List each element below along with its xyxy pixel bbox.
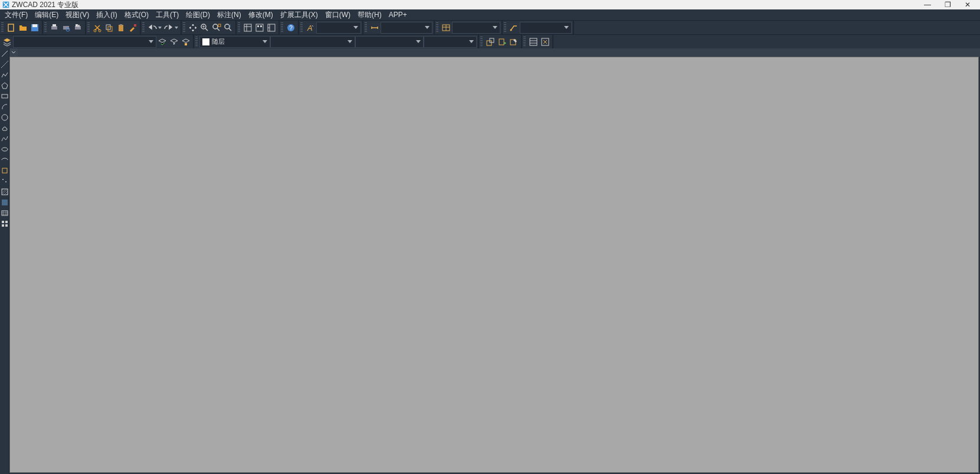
menu-modify[interactable]: 修改(M) (245, 10, 277, 20)
copy-button[interactable] (103, 22, 115, 34)
menu-file[interactable]: 文件(F) (1, 10, 31, 20)
svg-rect-38 (530, 38, 537, 45)
table-style-button[interactable] (440, 22, 452, 34)
mtext-button[interactable] (0, 218, 9, 229)
grip-icon[interactable] (142, 22, 145, 33)
layer-combo[interactable] (13, 36, 156, 48)
layer-set-current-button[interactable] (156, 36, 168, 48)
menu-tools[interactable]: 工具(T) (152, 10, 182, 20)
grip-icon[interactable] (238, 22, 240, 33)
redo-button[interactable] (163, 22, 179, 34)
save-button[interactable] (29, 22, 41, 34)
dim-style-combo[interactable] (381, 22, 432, 34)
multileader-style-button[interactable] (508, 22, 520, 34)
svg-rect-48 (2, 211, 8, 215)
new-file-button[interactable] (5, 22, 17, 34)
menu-express[interactable]: 扩展工具(X) (277, 10, 322, 20)
layer-manager-button[interactable] (1, 36, 13, 48)
ellipse-button[interactable] (0, 144, 9, 155)
revcloud-button[interactable] (0, 123, 9, 133)
menu-dimension[interactable]: 标注(N) (214, 10, 245, 20)
grip-icon[interactable] (300, 22, 303, 33)
rectangle-button[interactable] (0, 91, 9, 102)
table-button[interactable] (0, 208, 9, 218)
zoom-window-button[interactable] (211, 22, 222, 34)
svg-rect-49 (2, 221, 4, 223)
drawing-canvas[interactable] (9, 57, 979, 473)
tab-dropdown-button[interactable] (9, 48, 18, 57)
layer-previous-button[interactable] (168, 36, 180, 48)
grip-icon[interactable] (44, 22, 47, 33)
grip-icon[interactable] (504, 22, 506, 33)
point-button[interactable] (0, 176, 9, 187)
svg-rect-51 (2, 224, 4, 227)
maximize-button[interactable]: ❐ (943, 1, 952, 9)
menu-insert[interactable]: 插入(I) (93, 10, 120, 20)
tab-rail (18, 48, 980, 57)
grip-icon[interactable] (1, 22, 4, 33)
block-edit-button[interactable] (508, 36, 520, 48)
grip-icon[interactable] (480, 37, 483, 47)
close-button[interactable]: ✕ (963, 1, 972, 9)
xref-clip-button[interactable] (539, 36, 551, 48)
spline-button[interactable] (0, 133, 9, 144)
line-button[interactable] (0, 48, 9, 59)
menu-help[interactable]: 帮助(H) (354, 10, 385, 20)
grip-icon[interactable] (183, 22, 185, 33)
pan-button[interactable] (187, 22, 199, 34)
dim-style-button[interactable] (369, 22, 381, 34)
color-combo-label: 随层 (212, 37, 225, 46)
match-properties-button[interactable] (127, 22, 139, 34)
text-style-combo[interactable] (316, 22, 361, 34)
plotstyle-combo[interactable] (424, 36, 477, 48)
svg-rect-5 (53, 24, 56, 27)
grip-icon[interactable] (523, 37, 526, 47)
grip-icon[interactable] (87, 22, 90, 33)
grip-icon[interactable] (365, 22, 367, 33)
properties-panel-button[interactable] (242, 22, 254, 34)
design-center-button[interactable] (254, 22, 266, 34)
multileader-style-combo[interactable] (520, 22, 572, 34)
undo-button[interactable] (146, 22, 163, 34)
region-button[interactable] (0, 197, 9, 208)
linetype-combo[interactable] (270, 36, 355, 48)
block-make-button[interactable] (484, 36, 496, 48)
svg-rect-23 (256, 24, 263, 31)
menu-view[interactable]: 视图(V) (62, 10, 93, 20)
help-button[interactable]: ? (285, 22, 297, 34)
ellipse-arc-button[interactable] (0, 155, 9, 165)
layer-lock-button[interactable] (180, 36, 192, 48)
paste-button[interactable] (115, 22, 127, 34)
grip-icon[interactable] (436, 22, 438, 33)
menu-window[interactable]: 窗口(W) (322, 10, 354, 20)
construction-line-button[interactable] (0, 59, 9, 70)
menu-edit[interactable]: 编辑(E) (31, 10, 62, 20)
circle-button[interactable] (0, 112, 9, 123)
plot-preview-button[interactable] (60, 22, 72, 34)
text-style-button[interactable]: A (304, 22, 316, 34)
color-combo[interactable]: 随层 (199, 36, 270, 48)
open-folder-button[interactable] (17, 22, 29, 34)
arc-button[interactable] (0, 102, 9, 112)
cut-button[interactable] (91, 22, 103, 34)
xref-list-button[interactable] (527, 36, 539, 48)
grip-icon[interactable] (195, 37, 198, 47)
menu-draw[interactable]: 绘图(D) (182, 10, 214, 20)
svg-rect-24 (257, 25, 259, 27)
menu-app[interactable]: APP+ (385, 11, 411, 19)
zoom-previous-button[interactable] (222, 22, 234, 34)
menu-format[interactable]: 格式(O) (121, 10, 152, 20)
polyline-button[interactable] (0, 70, 9, 80)
tool-palette-button[interactable] (266, 22, 277, 34)
grip-icon[interactable] (281, 22, 283, 33)
zoom-realtime-button[interactable] (199, 22, 211, 34)
lineweight-combo[interactable] (355, 36, 424, 48)
publish-button[interactable] (72, 22, 84, 34)
plot-button[interactable] (48, 22, 60, 34)
polygon-button[interactable] (0, 80, 9, 91)
minimize-button[interactable]: — (923, 1, 932, 9)
hatch-button[interactable] (0, 187, 9, 197)
block-insert-button[interactable] (496, 36, 508, 48)
table-style-combo[interactable] (452, 22, 500, 34)
insert-block-button[interactable] (0, 165, 9, 176)
